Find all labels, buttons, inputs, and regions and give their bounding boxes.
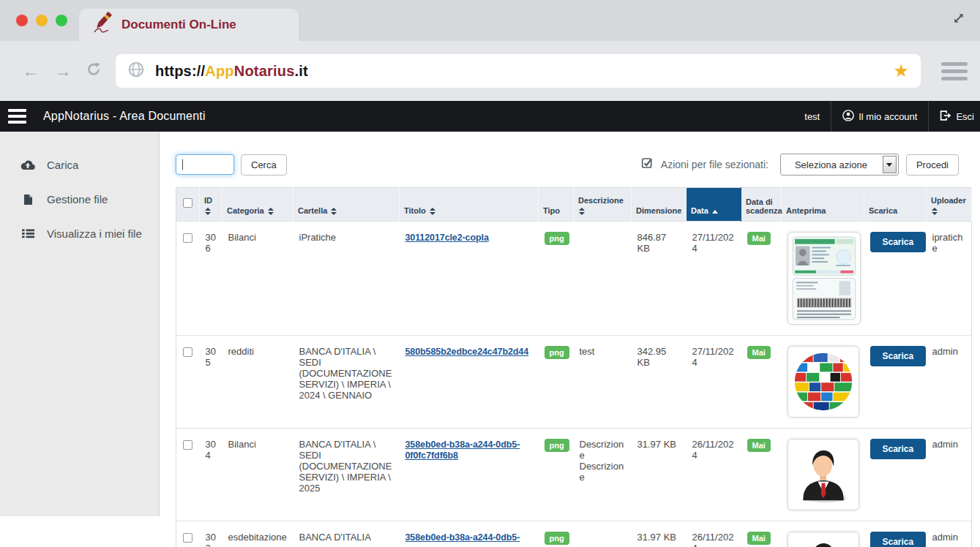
sidebar-item-gestione-file[interactable]: Gestione file xyxy=(0,182,159,216)
browser-tab[interactable]: Documenti On-Line xyxy=(79,9,299,41)
file-title-link[interactable]: 580b585b2edbce24c47b2d44 xyxy=(405,347,529,357)
app-navbar: AppNotarius - Area Documenti test Il mio… xyxy=(0,101,980,132)
cell-data: 27/11/2024 xyxy=(687,336,741,429)
user-circle-icon xyxy=(842,110,854,124)
select-all-header xyxy=(176,188,200,222)
col-header-tipo: Tipo xyxy=(539,188,574,222)
search-button[interactable]: Cerca xyxy=(241,154,287,176)
browser-title-bar: Documenti On-Line xyxy=(0,0,980,41)
cell-data: 26/11/2024 xyxy=(687,429,741,521)
sidebar: Carica Gestione file xyxy=(0,132,160,516)
sort-icon xyxy=(268,208,274,215)
account-menu-item[interactable]: Il mio account xyxy=(831,101,928,132)
sort-icon xyxy=(430,208,435,215)
col-header-uploader[interactable]: Uploader xyxy=(927,188,972,222)
browser-menu-icon[interactable] xyxy=(941,62,968,80)
cell-id: 304 xyxy=(200,429,222,521)
minimize-window-button[interactable] xyxy=(36,15,48,26)
back-icon[interactable]: ← xyxy=(22,62,40,80)
cell-categoria: esdebitazione xyxy=(222,521,293,547)
file-title-link[interactable]: 358eb0ed-b38a-a244-0db5-0f0fc7fdf6b8 xyxy=(405,440,520,461)
cell-uploader: ipratiche xyxy=(927,222,972,336)
col-header-dimensione: Dimensione xyxy=(632,188,687,222)
sort-icon xyxy=(205,208,211,215)
sort-icon xyxy=(331,208,337,215)
row-checkbox[interactable] xyxy=(183,233,192,243)
cloud-upload-icon xyxy=(20,159,35,170)
filetype-badge: png xyxy=(545,439,569,452)
expiry-badge: Mai xyxy=(747,346,771,359)
globe-icon xyxy=(127,61,145,81)
cell-uploader: admin xyxy=(927,429,972,521)
file-icon xyxy=(20,194,35,205)
sidebar-toggle-icon[interactable] xyxy=(0,101,35,132)
actions-label: Azioni per file sezionati: xyxy=(661,159,768,170)
cell-dimensione: 342.95 KB xyxy=(632,336,687,429)
expiry-badge: Mai xyxy=(747,532,771,545)
sort-asc-icon xyxy=(712,210,718,214)
file-title-link[interactable]: 30112017cle2-copla xyxy=(405,233,489,243)
url-text: https://AppNotarius.it xyxy=(155,63,308,80)
address-bar[interactable]: https://AppNotarius.it ★ xyxy=(116,54,921,88)
col-header-titolo[interactable]: Titolo xyxy=(400,188,539,222)
expand-icon[interactable] xyxy=(952,12,965,25)
cell-data: 26/11/2024 xyxy=(687,521,741,547)
close-window-button[interactable] xyxy=(16,15,28,26)
download-button[interactable]: Scarica xyxy=(870,439,927,459)
col-header-categoria[interactable]: Categoria xyxy=(222,188,293,222)
sidebar-item-carica[interactable]: Carica xyxy=(0,148,159,182)
cell-cartella: BANCA D'ITALIA \ SEDI (DOCUMENTAZIONE SE… xyxy=(293,429,400,521)
cell-descrizione: test xyxy=(574,336,632,429)
col-header-id[interactable]: ID xyxy=(200,188,222,222)
download-button[interactable]: Scarica xyxy=(870,346,927,366)
row-checkbox[interactable] xyxy=(183,533,192,543)
cell-descrizione xyxy=(574,222,632,336)
cell-dimensione: 31.97 KB xyxy=(632,429,687,521)
table-row: 306 Bilanci iPratiche 30112017cle2-copla… xyxy=(176,222,972,336)
search-input[interactable] xyxy=(176,154,234,175)
cell-id: 306 xyxy=(200,222,222,336)
cell-id: 303 xyxy=(200,521,222,547)
action-select[interactable]: Seleziona azione xyxy=(780,154,899,176)
files-table: ID Categoria Cartella Titolo xyxy=(176,187,972,547)
reload-icon[interactable] xyxy=(86,62,101,80)
cell-categoria: Bilanci xyxy=(222,429,293,521)
file-title-link[interactable]: 358eb0ed-b38a-a244-0db5- xyxy=(405,532,520,543)
logout-menu-item[interactable]: Esci xyxy=(928,101,980,132)
col-header-scarica: Scarica xyxy=(864,188,927,222)
download-button[interactable]: Scarica xyxy=(870,532,927,547)
sort-icon xyxy=(579,208,585,215)
id-card-preview[interactable] xyxy=(788,232,861,325)
username-label: test xyxy=(793,101,831,132)
col-header-descrizione[interactable]: Descrizione xyxy=(574,188,632,222)
row-checkbox[interactable] xyxy=(183,440,192,450)
col-header-data-active-sort[interactable]: Data xyxy=(687,188,741,222)
main-content: Cerca Azioni per file sezionati: Selezio… xyxy=(160,132,980,516)
businessman-preview[interactable] xyxy=(788,532,859,547)
row-checkbox[interactable] xyxy=(183,347,192,357)
app-title: AppNotarius - Area Documenti xyxy=(43,110,206,123)
sidebar-item-visualizza-file[interactable]: Visualizza i miei file xyxy=(0,216,159,251)
flag-globe-preview[interactable] xyxy=(788,346,859,418)
cell-categoria: redditi xyxy=(222,336,293,429)
bookmark-star-icon[interactable]: ★ xyxy=(893,62,909,80)
select-all-checkbox[interactable] xyxy=(183,198,192,208)
cell-descrizione: Descrizione Descrizione xyxy=(574,429,632,521)
cell-cartella: iPratiche xyxy=(293,222,400,336)
cell-uploader: admin xyxy=(927,521,972,547)
proceed-button[interactable]: Procedi xyxy=(906,154,959,176)
sort-icon xyxy=(932,208,938,215)
cell-dimensione: 846.87 KB xyxy=(632,222,687,336)
checked-box-icon xyxy=(641,157,654,172)
cell-descrizione xyxy=(574,521,632,547)
filetype-badge: png xyxy=(545,346,569,359)
table-row: 303 esdebitazione BANCA D'ITALIA 358eb0e… xyxy=(176,521,972,547)
filetype-badge: png xyxy=(545,532,569,545)
col-header-cartella[interactable]: Cartella xyxy=(293,188,400,222)
window-controls xyxy=(16,15,67,26)
cell-cartella: BANCA D'ITALIA xyxy=(293,521,400,547)
forward-icon[interactable]: → xyxy=(54,62,72,80)
download-button[interactable]: Scarica xyxy=(870,232,927,252)
maximize-window-button[interactable] xyxy=(56,15,67,26)
businessman-preview[interactable] xyxy=(788,439,859,510)
